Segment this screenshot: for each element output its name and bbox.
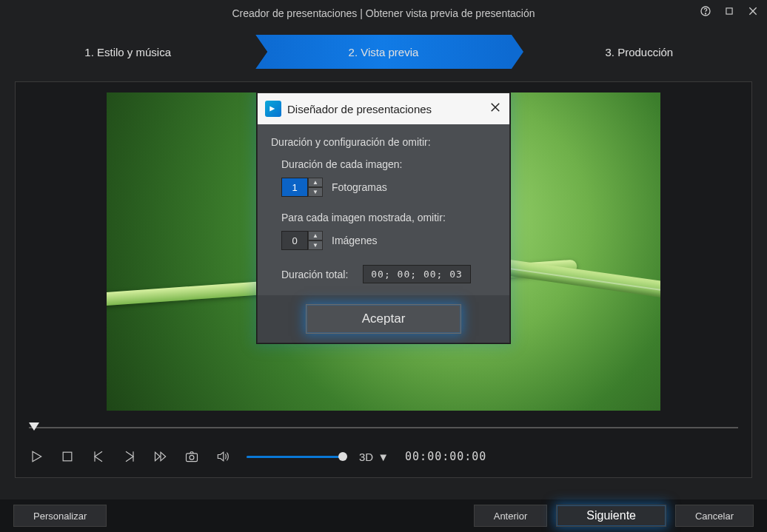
duration-label: Duración de cada imagen: xyxy=(281,158,496,170)
step-forward-button[interactable] xyxy=(122,449,137,464)
volume-slider[interactable] xyxy=(247,450,343,463)
dialog-title: Diseñador de presentaciones xyxy=(287,103,432,115)
total-duration-label: Duración total: xyxy=(281,269,348,280)
next-button[interactable]: Siguiente xyxy=(556,505,666,527)
step-production[interactable]: 3. Producción xyxy=(512,35,767,69)
svg-point-1 xyxy=(705,13,706,14)
previous-button[interactable]: Anterior xyxy=(474,505,548,527)
svg-rect-3 xyxy=(63,452,72,461)
skip-unit: Imágenes xyxy=(332,235,377,246)
app-logo-icon xyxy=(265,101,281,117)
bottom-bar: Personalizar Anterior Siguiente Cancelar xyxy=(0,499,767,532)
timecode-display: 00:00:00:00 xyxy=(405,450,486,463)
stop-button[interactable] xyxy=(60,449,75,464)
svg-rect-4 xyxy=(187,454,198,462)
skip-input[interactable] xyxy=(281,231,308,250)
seek-bar[interactable] xyxy=(29,421,738,433)
volume-slider-thumb[interactable] xyxy=(338,452,347,461)
skip-decrease-button[interactable]: ▼ xyxy=(308,240,323,250)
dialog-close-button[interactable] xyxy=(489,101,502,118)
step-style-music[interactable]: 1. Estilo y música xyxy=(0,35,255,69)
step-label: 2. Vista previa xyxy=(349,46,419,58)
svg-rect-2 xyxy=(726,8,732,14)
transport-controls: 3D ▼ 00:00:00:00 xyxy=(29,449,738,464)
skip-label: Para cada imagen mostrada, omitir: xyxy=(281,212,496,223)
duration-decrease-button[interactable]: ▼ xyxy=(308,187,323,197)
seek-thumb[interactable] xyxy=(29,422,39,431)
duration-input[interactable] xyxy=(281,178,308,197)
help-button[interactable] xyxy=(697,3,714,19)
mode-3d-label: 3D xyxy=(359,451,373,463)
window-title: Creador de presentaciones | Obtener vist… xyxy=(232,7,535,19)
step-back-button[interactable] xyxy=(91,449,106,464)
close-button[interactable] xyxy=(745,3,761,19)
duration-unit: Fotogramas xyxy=(332,181,387,193)
duration-stepper[interactable]: ▲ ▼ xyxy=(281,178,323,197)
total-duration-value: 00; 00; 00; 03 xyxy=(363,265,471,283)
dialog-titlebar: Diseñador de presentaciones xyxy=(258,93,509,124)
skip-increase-button[interactable]: ▲ xyxy=(308,231,323,240)
accept-button[interactable]: Aceptar xyxy=(306,304,461,334)
titlebar: Creador de presentaciones | Obtener vist… xyxy=(0,0,767,27)
video-preview: Diseñador de presentaciones Duración y c… xyxy=(107,92,660,411)
preview-panel: Diseñador de presentaciones Duración y c… xyxy=(15,81,752,478)
skip-stepper[interactable]: ▲ ▼ xyxy=(281,231,323,250)
step-preview[interactable]: 2. Vista previa xyxy=(255,35,511,69)
step-label: 1. Estilo y música xyxy=(84,46,171,58)
duration-increase-button[interactable]: ▲ xyxy=(308,178,323,187)
step-label: 3. Producción xyxy=(605,46,673,58)
wizard-steps: 1. Estilo y música 2. Vista previa 3. Pr… xyxy=(0,30,767,74)
customize-button[interactable]: Personalizar xyxy=(13,505,107,527)
chevron-down-icon: ▼ xyxy=(378,451,389,463)
mode-3d-dropdown[interactable]: 3D ▼ xyxy=(359,451,389,463)
svg-point-5 xyxy=(190,455,194,459)
play-button[interactable] xyxy=(29,449,44,464)
maximize-button[interactable] xyxy=(721,3,737,19)
snapshot-button[interactable] xyxy=(184,449,199,464)
volume-button[interactable] xyxy=(215,449,230,464)
cancel-button[interactable]: Cancelar xyxy=(675,505,754,527)
slideshow-designer-dialog: Diseñador de presentaciones Duración y c… xyxy=(257,92,510,343)
dialog-section-label: Duración y configuración de omitir: xyxy=(271,136,496,148)
fast-forward-button[interactable] xyxy=(153,449,168,464)
